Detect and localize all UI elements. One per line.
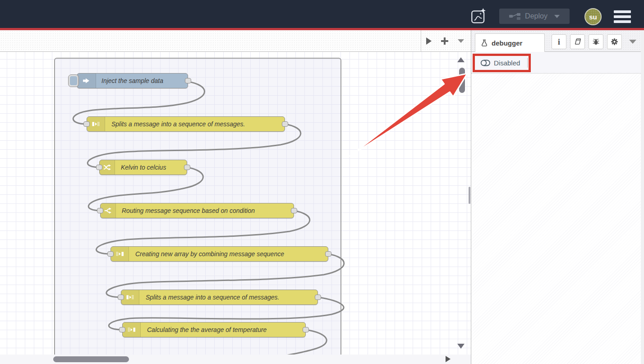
help-tool-button[interactable]: [570, 34, 585, 49]
settings-tool-button[interactable]: [607, 34, 622, 49]
header-bar: Deploy su: [0, 0, 644, 28]
sidebar-collapse-chevron-icon[interactable]: [629, 40, 636, 44]
flow-tab-bar: [0, 30, 471, 52]
page-scrollbar-track[interactable]: [641, 30, 644, 364]
deploy-chevron-down-icon[interactable]: [554, 15, 560, 18]
add-flow-button[interactable]: [441, 37, 448, 45]
user-avatar[interactable]: su: [584, 8, 602, 25]
deploy-button[interactable]: Deploy: [499, 9, 570, 24]
red-highlight-box-annotation: [473, 54, 531, 72]
flow-canvas[interactable]: Inject the sample data Splits a message …: [0, 52, 471, 355]
horizontal-scrollbar-thumb[interactable]: [53, 356, 129, 362]
deploy-nodes-icon: [509, 13, 521, 20]
ai-flow-icon: [471, 8, 487, 24]
annotation-layer: [0, 52, 471, 355]
info-tool-button[interactable]: i: [552, 34, 566, 49]
ai-flow-assistant-button[interactable]: [471, 8, 487, 24]
scroll-right-icon[interactable]: [446, 356, 451, 362]
sidebar-tab-label: debugger: [492, 39, 522, 47]
debug-tool-button[interactable]: [589, 34, 603, 49]
flow-tab-controls: [421, 30, 469, 51]
book-icon: [574, 38, 582, 46]
sidebar-tab-debugger[interactable]: debugger: [475, 33, 545, 52]
deploy-button-label: Deploy: [525, 12, 547, 20]
gear-icon: [611, 38, 618, 46]
sidebar: debugger i: [471, 30, 644, 364]
node-red-app: Deploy su: [0, 0, 644, 364]
flow-list-chevron-icon[interactable]: [458, 39, 464, 43]
debug-panel-body: [471, 74, 644, 364]
hamburger-icon: [614, 10, 631, 13]
main-menu-button[interactable]: [614, 10, 631, 23]
avatar-initials: su: [589, 13, 597, 21]
horizontal-scrollbar[interactable]: [0, 355, 471, 364]
red-arrow-annotation: [350, 74, 467, 156]
sidebar-tab-bar: debugger i: [471, 30, 644, 52]
info-icon: i: [558, 37, 560, 47]
flask-icon: [481, 39, 488, 46]
scroll-tabs-right-icon[interactable]: [426, 37, 432, 45]
bug-icon: [592, 38, 600, 46]
